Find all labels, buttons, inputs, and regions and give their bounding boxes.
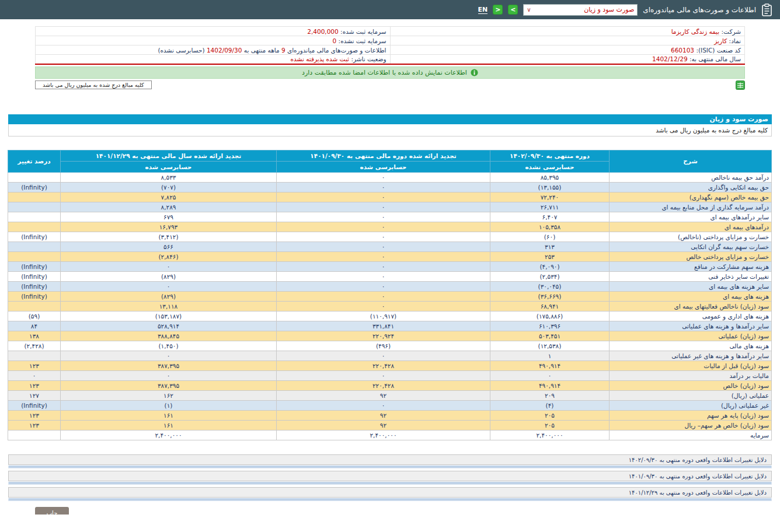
info-value: 2,400,000	[307, 28, 338, 35]
value-1402: ۲۶,۷۱۱	[490, 202, 610, 212]
accordion-strip	[8, 466, 772, 468]
pl-table-body: درآمد حق بیمه ناخالص۸۵,۳۹۵۰۸,۵۳۳حق بیمه …	[8, 172, 772, 440]
clipboard-icon	[761, 4, 773, 16]
value-1402: ۲,۴۰۰,۰۰۰	[490, 430, 610, 440]
row-label: سایر درآمدهای بیمه ای	[610, 212, 772, 222]
row-label: خسارت سهم بیمه گران اتکایی	[610, 242, 772, 251]
value-1401-12: ۳۸۸,۸۴۵	[61, 331, 277, 341]
col-subheader-1401-12: حسابرسی شده	[61, 161, 277, 172]
table-row: سایر درآمدها و هزینه های عملیاتی۶۱۰,۳۹۶۳…	[8, 321, 772, 331]
value-pct-change: (۲,۴۲۸)	[8, 341, 61, 351]
value-1401-09: ۰	[277, 261, 490, 271]
nav-next-button[interactable]: >	[508, 5, 518, 15]
info-value: 1402/12/29	[652, 55, 688, 62]
value-1401-12: ۵۶۶	[61, 242, 277, 251]
row-label: سود (زیان) پایه هر سهم	[610, 410, 772, 420]
value-1401-09: ۹۲	[277, 420, 490, 430]
info-label: سرمایه ثبت نشده:	[339, 37, 386, 44]
print-button-wrap: چاپ	[35, 506, 745, 517]
info-cell: سرمایه ثبت نشده: 0	[36, 36, 391, 46]
value-pct-change: (Infinity)	[8, 291, 61, 301]
value-1401-09: ۰	[277, 281, 490, 291]
value-1401-12: ۱۶,۷۹۳	[61, 222, 277, 232]
value-1402: ۶۸,۹۴۱	[490, 301, 610, 311]
statement-unit-note: کلیه مبالغ درج شده به میلیون ریال می باش…	[8, 124, 772, 136]
value-1401-12: (۲,۸۴۶)	[61, 251, 277, 261]
value-1402: ۰	[490, 370, 610, 380]
unit-note-box: کلیه مبالغ درج شده به میلیون ریال می باش…	[35, 80, 152, 89]
row-label: حق بیمه اتکایی واگذاری	[610, 182, 772, 192]
statement-dropdown-value: صورت سود و زیان	[584, 6, 634, 13]
info-value: کاریز	[714, 37, 727, 44]
value-1402: ۲۰۵	[490, 420, 610, 430]
row-label: سایر درآمدها و هزینه های عملیاتی	[610, 321, 772, 331]
table-row: هزینه های بیمه ای(۳۶,۶۶۹)۰(۸۲۹)(Infinity…	[8, 291, 772, 301]
row-label: سود (زیان) قبل از مالیات	[610, 360, 772, 370]
print-button[interactable]: چاپ	[35, 507, 69, 514]
value-1402: (۱۲,۵۳۸)	[490, 341, 610, 351]
value-1402: (۳۰,۰۴۵)	[490, 281, 610, 291]
table-row: تغییرات سایر ذخایر فنی(۲,۵۳۴)۰(۸۲۹)(Infi…	[8, 271, 772, 281]
value-1401-12: ۸,۲۸۹	[61, 202, 277, 212]
info-table-body: شرکت: بیمه زندگی کاریزما سرمایه ثبت شده:…	[36, 27, 745, 64]
accordion-strip	[8, 482, 772, 485]
value-1402: ۲۵۳	[490, 251, 610, 261]
value-1401-09: ۲۲۰,۴۲۸	[277, 360, 490, 370]
statement-dropdown[interactable]: صورت سود و زیان ∨	[523, 4, 638, 16]
value-pct-change: (Infinity)	[8, 182, 61, 192]
value-pct-change	[8, 202, 61, 212]
value-1401-12: ۱۶۱	[61, 420, 277, 430]
info-value: 660103	[671, 47, 694, 54]
info-label: کد صنعت (ISIC):	[696, 47, 741, 54]
row-label: حق بیمه خالص (سهم نگهداری)	[610, 192, 772, 202]
value-1401-09: ۰	[277, 291, 490, 301]
value-1402: ۴۹۰,۹۱۴	[490, 380, 610, 390]
accordion-strip	[8, 498, 772, 501]
info-cell: نماد: کاریز	[390, 36, 745, 46]
info-cell: وضعیت ناشر: ثبت شده پذیرفته نشده	[36, 55, 391, 64]
value-1401-09: ۳۳۱,۸۴۱	[277, 321, 490, 331]
accordion-header[interactable]: دلایل تغییرات اطلاعات واقعی دوره منتهی ب…	[8, 487, 772, 498]
table-row: سود (زیان) پایه هر سهم۲۰۵۹۲۱۶۱۱۲۳	[8, 410, 772, 420]
value-1401-09: ۰	[277, 172, 490, 182]
language-toggle-en[interactable]: EN	[478, 6, 488, 14]
excel-export-icon[interactable]	[736, 80, 745, 90]
accordion-header[interactable]: دلایل تغییرات اطلاعات واقعی دوره منتهی ب…	[8, 454, 772, 465]
accordion-header[interactable]: دلایل تغییرات اطلاعات واقعی دوره منتهی ب…	[8, 471, 772, 481]
value-1401-12: ۱۶۱	[61, 410, 277, 420]
value-pct-change	[8, 222, 61, 232]
table-row: درآمدهای بیمه ای۱۰۵,۳۵۸۰۱۶,۷۹۳	[8, 222, 772, 232]
table-row: هزینه های مالی(۱۲,۵۳۸)(۴۹۶)(۱,۴۵۰)(۲,۴۲۸…	[8, 341, 772, 351]
row-label: سایر درآمدها و هزینه های غیر عملیاتی	[610, 351, 772, 360]
value-pct-change: (Infinity)	[8, 271, 61, 281]
nav-prev-button[interactable]: <	[493, 5, 503, 15]
table-row: خسارت و مزایای پرداختی خالص۲۵۳۰(۲,۸۴۶)	[8, 251, 772, 261]
table-row: سرمایه۲,۴۰۰,۰۰۰۲,۴۰۰,۰۰۰۲,۴۰۰,۰۰۰	[8, 430, 772, 440]
accordion: دلایل تغییرات اطلاعات واقعی دوره منتهی ب…	[8, 487, 772, 501]
info-label: نماد:	[729, 37, 741, 44]
value-1402: ۷۲,۲۴۰	[490, 192, 610, 202]
info-cell: اطلاعات و صورت‌های مالی میاندوره‌ای 9 ما…	[36, 46, 391, 55]
profit-loss-table: شرح دوره منتهی به ۱۴۰۲/۰۹/۳۰ تجدید ارائه…	[8, 150, 772, 440]
info-row: کد صنعت (ISIC): 660103 اطلاعات و صورت‌ها…	[36, 46, 745, 55]
table-row: هزینه سهم مشارکت در منافع(۴,۰۹۰)۰۰(Infin…	[8, 261, 772, 271]
info-label: سال مالی منتهی به:	[690, 55, 741, 62]
value-1401-12: ۸,۵۳۳	[61, 172, 277, 182]
row-label: هزینه های بیمه ای	[610, 291, 772, 301]
value-1402: ۳۱۳	[490, 242, 610, 251]
value-pct-change	[8, 242, 61, 251]
info-cell: سرمایه ثبت شده: 2,400,000	[36, 27, 391, 36]
info-label: شرکت:	[722, 28, 741, 35]
info-value: ثبت شده پذیرفته نشده	[291, 55, 350, 62]
value-pct-change: ۱۲۳	[8, 380, 61, 390]
row-label: سود (زیان) خالص هر سهم– ریال	[610, 420, 772, 430]
table-row: هزینه های اداری و عمومی(۱۷۵,۸۸۶)(۱۱۰,۹۱۷…	[8, 311, 772, 321]
info-label: سرمایه ثبت شده:	[340, 28, 386, 35]
accordion: دلایل تغییرات اطلاعات واقعی دوره منتهی ب…	[8, 454, 772, 468]
table-row: درآمد سرمایه گذاری از محل منابع بیمه ای۲…	[8, 202, 772, 212]
table-row: درآمد حق بیمه ناخالص۸۵,۳۹۵۰۸,۵۳۳	[8, 172, 772, 182]
value-1402: ۵۰۳,۴۵۱	[490, 331, 610, 341]
col-header-1402: دوره منتهی به ۱۴۰۲/۰۹/۳۰	[490, 150, 610, 161]
value-pct-change	[8, 212, 61, 222]
table-row: حق بیمه خالص (سهم نگهداری)۷۲,۲۴۰۰۷,۸۲۵	[8, 192, 772, 202]
